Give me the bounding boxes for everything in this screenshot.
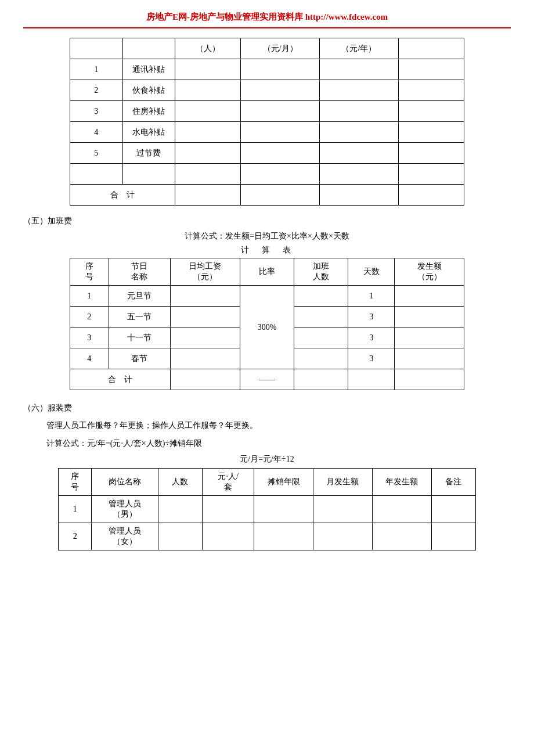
col-annual-header: （元/年） xyxy=(320,38,399,59)
col-header: 序 号 xyxy=(70,258,109,286)
row-num: 3 xyxy=(70,101,123,122)
row-num: 2 xyxy=(70,80,123,101)
section5-table-title: 计 算 表 xyxy=(23,245,511,255)
row-name: 通讯补贴 xyxy=(122,59,175,80)
row-amount xyxy=(395,327,464,348)
row-num xyxy=(70,164,123,185)
row-num: 1 xyxy=(59,496,92,523)
row-days: 3 xyxy=(348,348,395,369)
row-person xyxy=(175,101,241,122)
total-label: 合 计 xyxy=(70,185,175,206)
row-annual xyxy=(320,164,399,185)
section6-formula2: 元/月=元/年÷12 xyxy=(23,454,511,465)
table-row: 3 住房补贴 xyxy=(70,101,464,122)
row-amount xyxy=(395,307,464,327)
col-header: 元·人/ 套 xyxy=(203,469,254,496)
subsidies-table: （人） （元/月） （元/年） 1 通讯补贴 2 伙食补贴 3 住房补贴 4 水… xyxy=(70,38,464,206)
col-header: 年发生额 xyxy=(372,469,431,496)
row-num: 4 xyxy=(70,122,123,143)
row-amort xyxy=(254,523,313,550)
col-header: 节日 名称 xyxy=(109,258,171,286)
col-person-header: （人） xyxy=(175,38,241,59)
section6-title: （六）服装费 xyxy=(23,403,511,413)
row-extra xyxy=(398,101,464,122)
row-name: 管理人员 （女） xyxy=(92,523,158,550)
row-annual xyxy=(320,143,399,164)
col-header: 日均工资 （元） xyxy=(171,258,240,286)
row-monthly xyxy=(313,523,372,550)
table-row: 2 伙食补贴 xyxy=(70,80,464,101)
col-monthly-header: （元/月） xyxy=(241,38,320,59)
table-row xyxy=(70,164,464,185)
row-headcount xyxy=(294,307,348,327)
total-ratio: —— xyxy=(240,369,294,390)
row-days: 3 xyxy=(348,307,395,327)
row-headcount xyxy=(294,327,348,348)
row-annual xyxy=(320,122,399,143)
col-empty1 xyxy=(70,38,123,59)
section6-formula1: 计算公式：元/年=(元·人/套×人数)÷摊销年限 xyxy=(46,436,511,451)
overtime-table: 序 号节日 名称日均工资 （元）比率加班 人数天数发生额 （元） 1 元旦节 3… xyxy=(70,258,464,390)
row-days: 3 xyxy=(348,327,395,348)
col-header: 序 号 xyxy=(59,469,92,496)
row-annual xyxy=(372,523,431,550)
row-num: 5 xyxy=(70,143,123,164)
total-row: 合 计 —— xyxy=(70,369,464,390)
row-unit-cost xyxy=(203,496,254,523)
row-headcount xyxy=(294,286,348,307)
section6-para1: 管理人员工作服每？年更换；操作人员工作服每？年更换。 xyxy=(46,418,511,433)
row-person xyxy=(175,164,241,185)
row-name: 春节 xyxy=(109,348,171,369)
table-row: 1 元旦节 300% 1 xyxy=(70,286,464,307)
col-header: 月发生额 xyxy=(313,469,372,496)
row-num: 2 xyxy=(59,523,92,550)
section5-formula: 计算公式：发生额=日均工资×比率×人数×天数 xyxy=(23,231,511,242)
row-headcount xyxy=(158,496,202,523)
row-annual xyxy=(320,80,399,101)
row-headcount xyxy=(294,348,348,369)
row-num: 3 xyxy=(70,327,109,348)
row-person xyxy=(175,122,241,143)
row-extra xyxy=(398,164,464,185)
row-name: 住房补贴 xyxy=(122,101,175,122)
row-name: 十一节 xyxy=(109,327,171,348)
row-name xyxy=(122,164,175,185)
row-extra xyxy=(398,59,464,80)
total-row: 合 计 xyxy=(70,185,464,206)
row-daily-wage xyxy=(171,307,240,327)
row-annual xyxy=(320,59,399,80)
table-row: 2 管理人员 （女） xyxy=(59,523,476,550)
row-daily-wage xyxy=(171,327,240,348)
row-name: 伙食补贴 xyxy=(122,80,175,101)
row-name: 元旦节 xyxy=(109,286,171,307)
col-header: 备注 xyxy=(431,469,475,496)
page-header: 房地产E网-房地产与物业管理实用资料库 http://www.fdcew.com xyxy=(23,12,511,28)
header-text: 房地产E网-房地产与物业管理实用资料库 http://www.fdcew.com xyxy=(146,12,388,21)
row-extra xyxy=(398,80,464,101)
col-header: 加班 人数 xyxy=(294,258,348,286)
col-extra-header xyxy=(398,38,464,59)
total-label: 合 计 xyxy=(70,369,171,390)
row-num: 1 xyxy=(70,286,109,307)
table-row: 4 水电补贴 xyxy=(70,122,464,143)
row-amort xyxy=(254,496,313,523)
col-empty2 xyxy=(122,38,175,59)
row-monthly xyxy=(241,59,320,80)
row-annual xyxy=(372,496,431,523)
row-person xyxy=(175,143,241,164)
col-header: 比率 xyxy=(240,258,294,286)
row-amount xyxy=(395,286,464,307)
clothing-table: 序 号岗位名称人数元·人/ 套摊销年限月发生额年发生额备注 1 管理人员 （男）… xyxy=(58,468,476,550)
col-header: 人数 xyxy=(158,469,202,496)
row-extra xyxy=(398,122,464,143)
col-header: 发生额 （元） xyxy=(395,258,464,286)
row-monthly xyxy=(313,496,372,523)
row-unit-cost xyxy=(203,523,254,550)
row-days: 1 xyxy=(348,286,395,307)
section5-title: （五）加班费 xyxy=(23,216,511,226)
row-name: 过节费 xyxy=(122,143,175,164)
row-person xyxy=(175,80,241,101)
row-headcount xyxy=(158,523,202,550)
row-monthly xyxy=(241,122,320,143)
row-remark xyxy=(431,523,475,550)
